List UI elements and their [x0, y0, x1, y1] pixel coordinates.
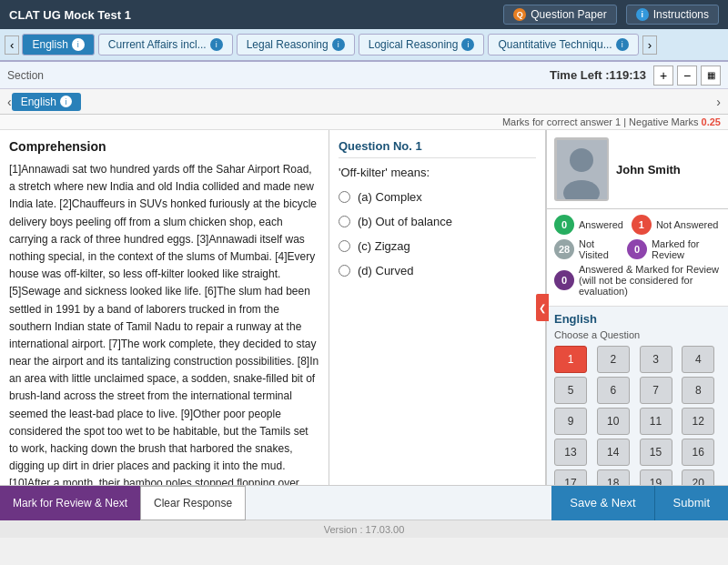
question-number-grid: 123456789101112131415161718192021222324: [554, 346, 721, 485]
question-num-btn-1[interactable]: 1: [554, 346, 587, 373]
tab-logical-reasoning[interactable]: Logical Reasoning i: [359, 34, 485, 55]
question-num-btn-2[interactable]: 2: [597, 346, 630, 373]
question-num-btn-14[interactable]: 14: [597, 439, 630, 466]
question-num-btn-12[interactable]: 12: [682, 408, 714, 435]
inst-icon: i: [636, 8, 649, 21]
mark-review-button[interactable]: Mark for Review & Next: [0, 486, 140, 520]
tab-english[interactable]: English i: [22, 34, 94, 55]
comprehension-title: Comprehension: [9, 139, 319, 154]
answered-marked-badge: 0: [554, 270, 574, 290]
marked-badge: 0: [627, 239, 647, 259]
question-num-btn-20[interactable]: 20: [682, 469, 714, 485]
english-grid-title: English: [554, 312, 721, 326]
section-tab-english[interactable]: English i: [12, 93, 81, 111]
tab-logr-info: i: [461, 38, 474, 51]
legend: 0 Answered 1 Not Answered 28 Not Visited…: [547, 209, 728, 307]
option-c-radio[interactable]: [339, 240, 350, 252]
timer: Time Left :119:13: [550, 68, 646, 82]
question-paper-button[interactable]: Q Question Paper: [503, 5, 616, 25]
section-tab-bar: ‹ English i ›: [0, 89, 728, 115]
option-d-radio[interactable]: [339, 265, 350, 277]
instructions-button[interactable]: i Instructions: [626, 5, 719, 25]
question-num-btn-18[interactable]: 18: [597, 469, 630, 485]
tab-lr-info: i: [332, 38, 345, 51]
legend-answered: 0 Answered 1 Not Answered: [554, 215, 721, 235]
tab-qt-info: i: [616, 38, 629, 51]
zoom-controls: + − ▦: [653, 66, 721, 86]
option-d-label: (d) Curved: [358, 264, 413, 277]
tab-next-arrow[interactable]: ›: [642, 35, 657, 55]
question-number: Question No. 1: [339, 139, 536, 158]
section-tab-info: i: [60, 96, 72, 107]
question-num-btn-13[interactable]: 13: [554, 439, 587, 466]
question-num-btn-8[interactable]: 8: [682, 377, 714, 404]
question-num-btn-11[interactable]: 11: [640, 408, 672, 435]
option-c-label: (c) Zigzag: [358, 239, 410, 253]
option-b-label: (b) Out of balance: [358, 215, 452, 228]
marked-label: Marked for Review: [652, 238, 721, 260]
question-num-btn-6[interactable]: 6: [597, 377, 630, 404]
submit-button[interactable]: Submit: [654, 486, 728, 520]
top-bar-right: Q Question Paper i Instructions: [503, 5, 719, 25]
tab-quantitative[interactable]: Quantitative Techniqu... i: [488, 34, 638, 55]
profile-section: John Smith: [547, 130, 728, 209]
save-next-button[interactable]: Save & Next: [551, 486, 653, 520]
legend-answered-marked: 0 Answered & Marked for Review (will not…: [554, 264, 721, 297]
question-num-btn-19[interactable]: 19: [640, 469, 672, 485]
question-num-btn-17[interactable]: 17: [554, 469, 587, 485]
tab-legal-reasoning[interactable]: Legal Reasoning i: [237, 34, 355, 55]
question-num-btn-15[interactable]: 15: [640, 439, 672, 466]
question-num-btn-5[interactable]: 5: [554, 377, 587, 404]
not-answered-label: Not Answered: [656, 219, 718, 230]
question-num-btn-16[interactable]: 16: [682, 439, 714, 466]
footer: Version : 17.03.00: [0, 520, 728, 538]
question-num-btn-9[interactable]: 9: [554, 408, 587, 435]
right-sidebar: John Smith 0 Answered 1 Not Answered 28 …: [546, 130, 728, 485]
left-panel: Comprehension [1]Annawadi sat two hundre…: [0, 130, 329, 485]
bottom-left-buttons: Mark for Review & Next Clear Response: [0, 486, 551, 520]
choose-question-label: Choose a Question: [554, 329, 721, 340]
answered-marked-label: Answered & Marked for Review (will not b…: [579, 264, 721, 297]
option-b-radio[interactable]: [339, 216, 350, 227]
tab-bar: ‹ English i Current Affairs incl... i Le…: [0, 29, 728, 62]
tab-english-info: i: [72, 38, 85, 51]
question-num-btn-3[interactable]: 3: [640, 346, 672, 373]
section-next-arrow[interactable]: ›: [716, 95, 721, 109]
english-question-grid: English Choose a Question 12345678910111…: [547, 307, 728, 485]
clear-response-button[interactable]: Clear Response: [140, 486, 246, 520]
not-visited-label: Not Visited: [579, 238, 619, 260]
comprehension-text: [1]Annawadi sat two hundred yards off th…: [9, 161, 319, 485]
tab-current-affairs[interactable]: Current Affairs incl... i: [98, 34, 233, 55]
bottom-right-buttons: Save & Next Submit: [551, 486, 728, 520]
svg-point-1: [570, 148, 593, 172]
tab-ca-info: i: [210, 38, 223, 51]
question-panel: Question No. 1 'Off-kilter' means: (a) C…: [329, 130, 546, 485]
not-answered-badge: 1: [632, 215, 652, 235]
zoom-out-button[interactable]: −: [677, 66, 697, 86]
option-a-label: (a) Complex: [358, 190, 422, 204]
marks-bar: Marks for correct answer 1 | Negative Ma…: [0, 115, 728, 130]
collapse-panel-arrow[interactable]: ❮: [536, 294, 549, 321]
legend-not-visited: 28 Not Visited 0 Marked for Review: [554, 238, 721, 260]
app-title: CLAT UG Mock Test 1: [9, 8, 131, 22]
option-a-radio[interactable]: [339, 191, 350, 203]
tab-prev-arrow[interactable]: ‹: [5, 35, 19, 55]
question-num-btn-4[interactable]: 4: [682, 346, 714, 373]
top-bar: CLAT UG Mock Test 1 Q Question Paper i I…: [0, 0, 728, 29]
option-d[interactable]: (d) Curved: [339, 264, 536, 277]
answered-label: Answered: [579, 219, 623, 230]
not-visited-badge: 28: [554, 239, 574, 259]
question-num-btn-10[interactable]: 10: [597, 408, 630, 435]
question-text: 'Off-kilter' means:: [339, 166, 536, 179]
zoom-fit-button[interactable]: ▦: [701, 66, 721, 86]
answered-badge: 0: [554, 215, 574, 235]
section-prev-arrow[interactable]: ‹: [7, 95, 12, 109]
avatar: [554, 137, 609, 201]
option-a[interactable]: (a) Complex: [339, 190, 536, 204]
section-label: Section: [7, 69, 44, 82]
option-b[interactable]: (b) Out of balance: [339, 215, 536, 228]
zoom-in-button[interactable]: +: [653, 66, 673, 86]
question-num-btn-7[interactable]: 7: [640, 377, 672, 404]
section-bar: Section Time Left :119:13 + − ▦: [0, 62, 728, 89]
option-c[interactable]: (c) Zigzag: [339, 239, 536, 253]
